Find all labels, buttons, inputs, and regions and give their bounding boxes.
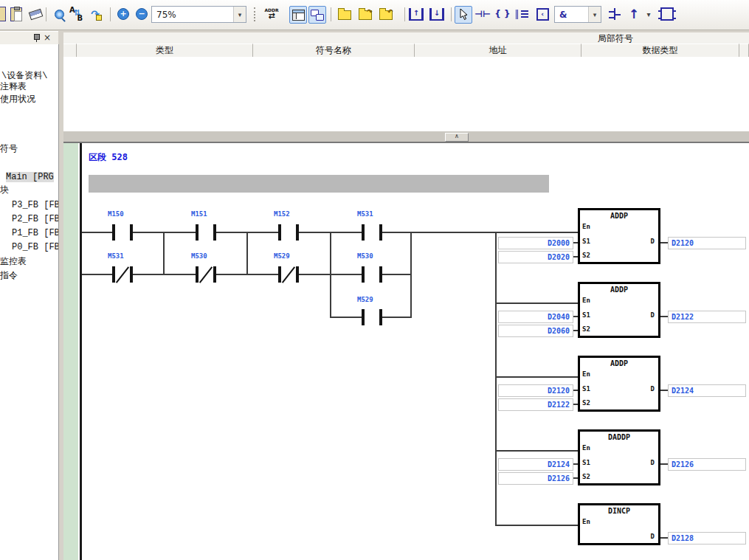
operand-input[interactable]: D2126 [498, 472, 573, 485]
network-block-icon[interactable] [659, 6, 675, 22]
operand-output[interactable]: D2128 [668, 532, 746, 545]
function-block-daddp[interactable]: DADDP En S1 S2 D [578, 429, 660, 485]
rung-insert-below-icon[interactable]: ↓ [429, 6, 445, 22]
select-cursor-toggle[interactable] [455, 6, 472, 24]
tree-item-p0-fb[interactable]: P0_FB [FB [12, 242, 59, 252]
rung-comment-bar[interactable] [89, 175, 549, 193]
header-cell-name[interactable]: 符号名称 [253, 44, 415, 58]
tree-item-monitor-table[interactable]: 监控表 [0, 257, 27, 267]
tree-item-p2-fb[interactable]: P2_FB [FB [12, 214, 59, 224]
function-block-addp-3[interactable]: ADDP En S1 S2 D [578, 356, 660, 412]
contact-no[interactable] [213, 224, 216, 241]
close-icon[interactable]: × [44, 32, 51, 43]
contact-no[interactable] [379, 309, 382, 325]
window-layout-toggle[interactable] [289, 6, 307, 24]
contact-nc[interactable] [278, 266, 281, 283]
operand-input[interactable]: D2020 [498, 251, 573, 263]
function-block-addp-2[interactable]: ADDP En S1 S2 D [578, 282, 660, 338]
operand-output[interactable]: D2124 [668, 384, 746, 397]
contact-nc[interactable] [196, 266, 199, 283]
tree-item-instructions[interactable]: 指令 [0, 271, 18, 281]
folder-undo-icon[interactable]: ↶ [378, 6, 394, 22]
left-power-rail [80, 143, 82, 560]
contact-no[interactable] [130, 224, 133, 241]
operand-input[interactable]: D2122 [498, 398, 573, 411]
collapse-button[interactable]: ∧ [445, 133, 469, 142]
header-cell-address[interactable]: 地址 [415, 44, 581, 58]
instruction-tool-icon[interactable] [514, 6, 531, 22]
contact-no[interactable] [112, 224, 115, 241]
operand-output[interactable]: D2126 [668, 458, 746, 471]
contact-no[interactable] [278, 224, 281, 241]
header-cell-data-type[interactable]: 数据类型 [581, 44, 739, 58]
tree-item-p1-fb[interactable]: P1_FB [FB [12, 228, 59, 238]
find-replace-icon[interactable]: A⇅B [68, 6, 84, 22]
section-label[interactable]: 区段 528 [89, 151, 128, 164]
tree-item-device-data[interactable]: \设备资料\ [1, 71, 47, 81]
contact-label[interactable]: M530 [357, 252, 373, 260]
function-block-addp-1[interactable]: ADDP En S1 S2 D [578, 208, 660, 264]
branch-tool-icon[interactable] [607, 6, 623, 22]
contact-label[interactable]: M531 [108, 252, 124, 260]
operand-output[interactable]: D2120 [668, 237, 746, 249]
tree-item-main-program[interactable]: Main [PRG [6, 172, 54, 182]
operand-input[interactable]: D2124 [498, 458, 573, 471]
ladder-editor[interactable] [63, 142, 749, 560]
comment-display-toggle[interactable] [308, 6, 326, 24]
eraser-icon[interactable] [27, 6, 44, 22]
zoom-in-icon[interactable]: + [115, 6, 131, 22]
function-block-dincp[interactable]: DINCP En D [578, 503, 660, 545]
contact-label[interactable]: M151 [191, 210, 207, 218]
wire-h [382, 317, 412, 318]
zoom-level-combo[interactable]: 75% ▾ [151, 6, 246, 23]
contact-label[interactable]: M531 [357, 210, 373, 218]
header-cell-type[interactable]: 类型 [77, 44, 253, 58]
rung-insert-above-icon[interactable]: ↑ [408, 6, 424, 22]
zoom-combo-dropdown[interactable]: ▾ [233, 7, 246, 22]
pin-icon[interactable] [33, 34, 40, 42]
operand-output[interactable]: D2122 [668, 311, 746, 323]
folder-redo-icon[interactable]: ↷ [357, 6, 373, 22]
function-block-tool-icon[interactable]: ‹ [534, 6, 550, 22]
contact-nc[interactable] [130, 266, 133, 283]
operand-input[interactable]: D2000 [498, 237, 573, 249]
symbol-table-body[interactable] [63, 57, 749, 132]
contact-no[interactable] [196, 224, 199, 241]
contact-no[interactable] [362, 266, 365, 283]
operand-input[interactable]: D2040 [498, 311, 573, 323]
contact-label[interactable]: M529 [274, 252, 290, 260]
contact-no[interactable] [362, 309, 365, 325]
clipped-paste-icon[interactable] [0, 6, 7, 22]
paste-icon[interactable] [8, 6, 24, 22]
tree-item-symbols[interactable]: 符号 [0, 144, 18, 154]
contact-label[interactable]: M530 [191, 252, 207, 260]
move-up-icon[interactable]: ↑ [626, 6, 642, 22]
contact-no[interactable] [296, 224, 299, 241]
operand-input[interactable]: D2120 [498, 384, 573, 397]
search-icon[interactable] [51, 6, 67, 22]
contact-no[interactable] [379, 224, 382, 241]
contact-no[interactable] [362, 224, 365, 241]
contact-label[interactable]: M150 [108, 210, 124, 218]
address-display-toggle[interactable]: ADDR⇄ [263, 6, 280, 22]
contact-nc[interactable] [112, 266, 115, 283]
applied-instruction-combo[interactable]: & ▾ [554, 6, 601, 23]
tree-item-comment-table[interactable]: 注释表 [0, 82, 27, 92]
instruction-combo-dropdown[interactable]: ▾ [588, 7, 601, 22]
operand-input[interactable]: D2060 [498, 325, 573, 337]
panel-splitter[interactable]: ∧ [63, 131, 749, 142]
tree-item-usage-status[interactable]: 使用状况 [0, 94, 35, 105]
coil-tool-icon[interactable]: { } [494, 6, 511, 22]
zoom-out-icon[interactable]: − [134, 6, 150, 22]
folder-icon[interactable] [336, 6, 353, 22]
tree-item-p3-fb[interactable]: P3_FB [FB [12, 200, 59, 210]
move-up-dropdown[interactable]: ▾ [643, 6, 654, 22]
contact-nc[interactable] [296, 266, 299, 283]
goto-icon[interactable]: ↷ [87, 6, 103, 22]
tree-item-function-blocks[interactable]: 块 [0, 185, 9, 196]
contact-nc[interactable] [213, 266, 216, 283]
contact-label[interactable]: M529 [357, 296, 373, 303]
contact-no[interactable] [379, 266, 382, 283]
contact-label[interactable]: M152 [274, 210, 290, 218]
contact-tool-icon[interactable]: ⊣⊢ [474, 6, 491, 22]
